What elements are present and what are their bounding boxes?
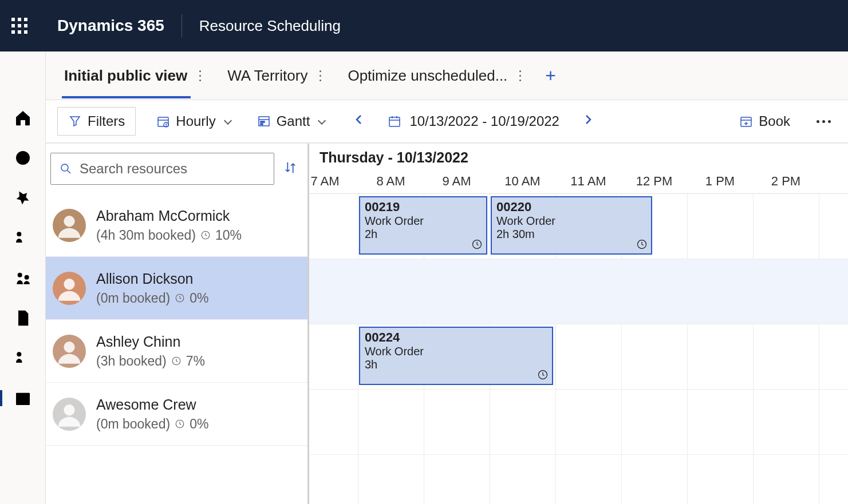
schedule-board-icon[interactable] bbox=[14, 389, 32, 407]
booking-type: Work Order bbox=[365, 215, 482, 228]
resource-meta: (4h 30m booked) 10% bbox=[96, 228, 242, 243]
time-header: 7 AM8 AM9 AM10 AM11 AM12 PM1 PM2 PM bbox=[309, 166, 848, 194]
time-slot-label: 9 AM bbox=[424, 174, 490, 189]
toolbar: Filters Hourly Gantt 10/13/2022 - 10/19/… bbox=[46, 100, 848, 143]
app-name: Dynamics 365 bbox=[57, 17, 164, 35]
time-slot-label: 8 AM bbox=[358, 174, 424, 189]
filters-label: Filters bbox=[88, 113, 125, 129]
prev-week-button[interactable] bbox=[345, 109, 373, 134]
svg-rect-16 bbox=[16, 393, 30, 405]
avatar bbox=[53, 398, 86, 431]
time-slot-label: 7 AM bbox=[309, 174, 358, 189]
chevron-down-icon bbox=[318, 116, 326, 124]
resource-panel: Abraham McCormick (4h 30m booked) 10% Al… bbox=[46, 144, 309, 504]
svg-point-41 bbox=[64, 342, 74, 352]
document-icon[interactable] bbox=[14, 309, 32, 327]
time-slot-label: 2 PM bbox=[753, 174, 819, 189]
schedule-row[interactable] bbox=[309, 259, 848, 324]
resource-name: Allison Dickson bbox=[96, 271, 208, 287]
svg-line-36 bbox=[68, 170, 70, 173]
schedule-date-header: Thursday - 10/13/2022 bbox=[309, 144, 848, 166]
filters-button[interactable]: Filters bbox=[57, 107, 136, 136]
tab-initial-public-view[interactable]: Initial public view bbox=[62, 53, 208, 98]
search-input-container[interactable] bbox=[50, 153, 274, 185]
resource-item[interactable]: Awesome Crew (0m booked) 0% bbox=[46, 383, 307, 446]
tab-more-icon[interactable] bbox=[194, 67, 206, 84]
book-label: Book bbox=[759, 113, 790, 129]
svg-rect-25 bbox=[261, 121, 265, 122]
resource-list: Abraham McCormick (4h 30m booked) 10% Al… bbox=[46, 194, 307, 504]
clock-icon bbox=[471, 239, 483, 250]
people-list-icon[interactable] bbox=[14, 229, 32, 247]
resource-item[interactable]: Allison Dickson (0m booked) 0% bbox=[46, 257, 307, 320]
book-button[interactable]: Book bbox=[733, 110, 796, 133]
left-nav-rail bbox=[0, 51, 46, 504]
svg-point-35 bbox=[61, 164, 68, 171]
people-list2-icon[interactable] bbox=[14, 349, 32, 367]
booking-type: Work Order bbox=[365, 345, 547, 358]
date-range-label: 10/13/2022 - 10/19/2022 bbox=[409, 113, 559, 129]
resource-item[interactable]: Abraham McCormick (4h 30m booked) 10% bbox=[46, 194, 307, 257]
sort-button[interactable] bbox=[282, 160, 298, 178]
svg-point-39 bbox=[64, 279, 74, 289]
more-actions-button[interactable] bbox=[811, 114, 837, 129]
add-tab-button[interactable]: + bbox=[545, 65, 556, 86]
app-header: Dynamics 365 Resource Scheduling bbox=[0, 0, 848, 51]
resource-meta: (0m booked) 0% bbox=[96, 291, 208, 306]
svg-rect-26 bbox=[261, 124, 263, 125]
tab-label: WA Territory bbox=[227, 67, 307, 85]
time-slot-label: 11 AM bbox=[555, 174, 621, 189]
next-week-button[interactable] bbox=[574, 109, 602, 134]
date-range-picker[interactable]: 10/13/2022 - 10/19/2022 bbox=[388, 113, 559, 129]
clock-icon bbox=[636, 239, 648, 250]
booking-block[interactable]: 00219 Work Order 2h bbox=[359, 196, 487, 255]
app-launcher-icon[interactable] bbox=[11, 18, 34, 34]
time-scale-label: Hourly bbox=[176, 113, 215, 129]
team-icon[interactable] bbox=[14, 269, 32, 287]
booking-id: 00224 bbox=[365, 330, 547, 345]
booking-block[interactable]: 00220 Work Order 2h 30m bbox=[491, 196, 652, 255]
clock-icon bbox=[537, 369, 549, 380]
hamburger-menu-icon[interactable] bbox=[14, 69, 32, 87]
booking-duration: 2h bbox=[365, 228, 482, 241]
recent-icon[interactable] bbox=[14, 149, 32, 167]
schedule-panel: Thursday - 10/13/2022 7 AM8 AM9 AM10 AM1… bbox=[309, 144, 848, 504]
resource-name: Ashley Chinn bbox=[96, 334, 205, 350]
view-mode-label: Gantt bbox=[277, 113, 310, 129]
time-slot-label: 12 PM bbox=[621, 174, 687, 189]
svg-point-43 bbox=[64, 404, 74, 415]
tab-more-icon[interactable] bbox=[514, 67, 526, 84]
booking-block[interactable]: 00224 Work Order 3h bbox=[359, 327, 553, 385]
schedule-row[interactable] bbox=[309, 390, 848, 455]
booking-duration: 2h 30m bbox=[496, 228, 646, 241]
booking-id: 00220 bbox=[496, 200, 646, 215]
header-divider bbox=[182, 14, 182, 37]
resource-meta: (0m booked) 0% bbox=[96, 416, 208, 432]
home-icon[interactable] bbox=[14, 109, 32, 127]
tab-optimize-unscheduled[interactable]: Optimize unscheduled... bbox=[345, 53, 528, 98]
search-icon bbox=[59, 162, 73, 176]
view-mode-dropdown[interactable]: Gantt bbox=[251, 110, 331, 133]
chevron-down-icon bbox=[224, 116, 232, 124]
pin-icon[interactable] bbox=[14, 189, 32, 207]
svg-rect-27 bbox=[389, 117, 400, 126]
tab-label: Initial public view bbox=[64, 67, 187, 85]
booking-id: 00219 bbox=[365, 200, 482, 215]
avatar bbox=[53, 209, 86, 242]
booking-duration: 3h bbox=[365, 358, 547, 371]
search-input[interactable] bbox=[80, 161, 266, 177]
booking-type: Work Order bbox=[496, 215, 646, 228]
svg-point-4 bbox=[17, 232, 21, 236]
resource-meta: (3h booked) 7% bbox=[96, 354, 205, 369]
time-scale-dropdown[interactable]: Hourly bbox=[151, 110, 236, 133]
time-slot-label: 10 AM bbox=[490, 174, 555, 189]
resource-name: Awesome Crew bbox=[96, 396, 208, 413]
resource-item[interactable]: Ashley Chinn (3h booked) 7% bbox=[46, 320, 307, 383]
svg-point-37 bbox=[64, 216, 74, 227]
schedule-board: Abraham McCormick (4h 30m booked) 10% Al… bbox=[46, 143, 848, 504]
tab-more-icon[interactable] bbox=[314, 67, 326, 84]
tab-wa-territory[interactable]: WA Territory bbox=[225, 53, 328, 98]
avatar bbox=[53, 272, 86, 305]
svg-point-9 bbox=[24, 275, 29, 280]
schedule-body[interactable]: 00219 Work Order 2h 00220 Work Order 2h … bbox=[309, 194, 848, 504]
